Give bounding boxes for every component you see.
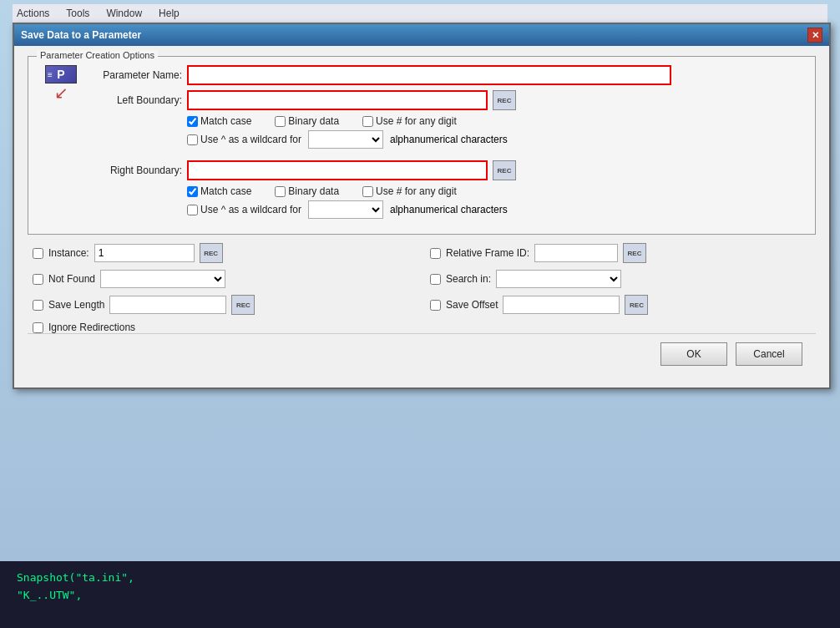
search-in-dropdown[interactable]	[496, 270, 621, 288]
save-offset-checkbox[interactable]	[430, 300, 441, 311]
right-use-hash-item: Use # for any digit	[362, 185, 457, 197]
param-arrow-icon: ↙	[45, 84, 77, 102]
save-length-rec-button[interactable]: REC	[231, 295, 255, 315]
right-use-caret-checkbox[interactable]	[187, 205, 198, 215]
menu-item-help[interactable]: Help	[159, 8, 180, 19]
left-match-case-checkbox[interactable]	[187, 116, 198, 127]
right-boundary-rec-button[interactable]: REC	[493, 160, 516, 180]
left-use-caret-item: Use ^ as a wildcard for	[187, 134, 301, 145]
code-line2: "K_..UTW",	[17, 587, 823, 605]
right-use-hash-label: Use # for any digit	[376, 185, 457, 197]
save-length-checkbox[interactable]	[33, 300, 43, 311]
ignore-redirections-label: Ignore Redirections	[48, 322, 135, 333]
left-binary-data-checkbox[interactable]	[275, 116, 286, 127]
left-boundary-label: Left Boundary:	[90, 94, 182, 106]
right-boundary-input[interactable]	[187, 160, 488, 180]
ok-button[interactable]: OK	[660, 342, 727, 366]
left-use-hash-item: Use # for any digit	[362, 115, 457, 127]
right-wildcard-dropdown[interactable]	[308, 200, 383, 219]
param-p-icon: P	[45, 65, 77, 84]
left-checkbox-row2: Use ^ as a wildcard for alphanumerical c…	[187, 130, 803, 149]
p-letter: P	[57, 68, 64, 81]
right-match-case-item: Match case	[187, 185, 251, 197]
relative-frame-rec-button[interactable]: REC	[623, 243, 646, 263]
options-grid: Instance: REC Relative Frame ID: REC	[33, 243, 811, 315]
bottom-options: Instance: REC Relative Frame ID: REC	[28, 243, 816, 333]
instance-label: Instance:	[48, 247, 89, 259]
right-checkbox-row2: Use ^ as a wildcard for alphanumerical c…	[187, 200, 803, 219]
left-match-case-label: Match case	[200, 115, 251, 127]
left-match-case-item: Match case	[187, 115, 251, 127]
instance-rec-button[interactable]: REC	[200, 243, 223, 263]
save-length-input[interactable]	[109, 296, 226, 314]
left-binary-data-label: Binary data	[288, 115, 339, 127]
group-title: Parameter Creation Options	[37, 50, 158, 60]
right-use-caret-label: Use ^ as a wildcard for	[200, 204, 301, 215]
param-section: P ↙ Parameter Name: Left Bounda	[40, 65, 803, 222]
save-data-dialog: Save Data to a Parameter ✕ 参数名称 左边界 右边界 …	[13, 23, 831, 389]
search-in-label: Search in:	[446, 273, 491, 285]
not-found-checkbox[interactable]	[33, 274, 43, 285]
ignore-redirections-checkbox[interactable]	[33, 322, 43, 333]
left-checkbox-row1: Match case Binary data Use # for any dig…	[187, 115, 803, 127]
save-length-label: Save Length	[48, 299, 104, 311]
code-snippet: Snapshot("ta.ini", "K_..UTW",	[0, 561, 840, 628]
save-offset-rec-button[interactable]: REC	[625, 295, 648, 315]
right-checkbox-row1: Match case Binary data Use # for any dig…	[187, 185, 803, 197]
left-boundary-input[interactable]	[187, 90, 488, 110]
code-line1: Snapshot("ta.ini",	[17, 570, 823, 587]
relative-frame-checkbox[interactable]	[430, 248, 441, 259]
right-match-case-checkbox[interactable]	[187, 186, 198, 197]
menu-item-tools[interactable]: Tools	[66, 8, 89, 19]
save-offset-row: Save Offset REC	[430, 295, 811, 315]
right-binary-data-label: Binary data	[288, 185, 339, 197]
left-use-hash-checkbox[interactable]	[362, 116, 373, 127]
right-use-hash-checkbox[interactable]	[362, 186, 373, 197]
param-name-label: Parameter Name:	[90, 69, 182, 81]
dialog-title: Save Data to a Parameter	[21, 29, 141, 41]
menu-item-actions[interactable]: Actions	[17, 8, 49, 19]
right-alphanumeric-label: alphanumerical characters	[390, 204, 508, 215]
right-boundary-label: Right Boundary:	[90, 165, 182, 176]
left-binary-data-item: Binary data	[275, 115, 339, 127]
right-match-case-label: Match case	[200, 185, 251, 197]
param-icon-container: P ↙	[40, 65, 82, 107]
search-in-checkbox[interactable]	[430, 274, 441, 285]
dialog-titlebar: Save Data to a Parameter ✕	[14, 24, 829, 46]
menubar: Actions Tools Window Help	[13, 4, 827, 23]
left-use-caret-checkbox[interactable]	[187, 134, 198, 145]
relative-frame-input[interactable]	[534, 244, 618, 262]
left-alphanumeric-label: alphanumerical characters	[390, 134, 508, 145]
instance-row: Instance: REC	[33, 243, 413, 263]
relative-frame-label: Relative Frame ID:	[446, 247, 529, 259]
save-offset-label: Save Offset	[446, 299, 498, 311]
not-found-dropdown[interactable]	[100, 270, 225, 288]
left-use-caret-label: Use ^ as a wildcard for	[200, 134, 301, 145]
left-wildcard-dropdown[interactable]	[308, 130, 383, 149]
dialog-content: 参数名称 左边界 右边界 Parameter Creation Options …	[14, 46, 829, 387]
not-found-label: Not Found	[48, 273, 95, 285]
ignore-redirections-row: Ignore Redirections	[33, 322, 811, 333]
instance-checkbox[interactable]	[33, 248, 43, 259]
param-fields: Parameter Name: Left Boundary: REC	[90, 65, 803, 222]
dialog-wrapper: Actions Tools Window Help Save Data to a…	[13, 4, 827, 557]
param-name-row: Parameter Name:	[90, 65, 803, 85]
save-offset-input[interactable]	[503, 296, 620, 314]
param-name-input[interactable]	[187, 65, 671, 85]
cancel-button[interactable]: Cancel	[736, 342, 802, 366]
menu-item-window[interactable]: Window	[106, 8, 142, 19]
close-button[interactable]: ✕	[807, 28, 822, 43]
instance-input[interactable]	[94, 244, 195, 262]
save-length-row: Save Length REC	[33, 295, 413, 315]
button-row: OK Cancel	[28, 333, 816, 374]
right-binary-data-checkbox[interactable]	[275, 186, 286, 197]
right-boundary-row: Right Boundary: REC	[90, 160, 803, 180]
search-in-row: Search in:	[430, 270, 811, 288]
not-found-row: Not Found	[33, 270, 413, 288]
left-boundary-row: Left Boundary: REC	[90, 90, 803, 110]
relative-frame-row: Relative Frame ID: REC	[430, 243, 811, 263]
right-binary-data-item: Binary data	[275, 185, 339, 197]
left-use-hash-label: Use # for any digit	[376, 115, 457, 127]
right-use-caret-item: Use ^ as a wildcard for	[187, 204, 301, 215]
left-boundary-rec-button[interactable]: REC	[493, 90, 516, 110]
